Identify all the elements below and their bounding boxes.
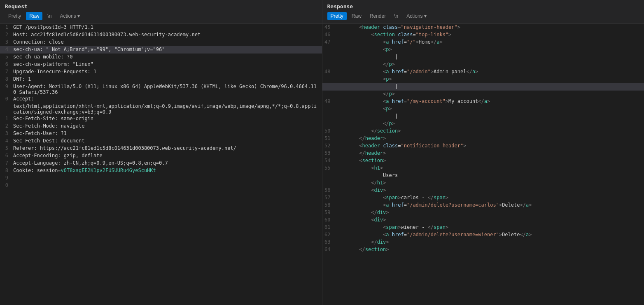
response-line-57: 57 <span>carlos - </span> — [322, 194, 644, 202]
response-content: 45 <header class="navigation-header"> 46… — [322, 24, 644, 305]
response-line-46: 46 <section class="top-links"> — [322, 31, 644, 39]
request-content: 1 GET /post?postId=3 HTTP/1.1 2 Host: ac… — [0, 24, 322, 305]
request-actions-chevron-icon: ▾ — [77, 13, 80, 19]
response-line-45: 45 <header class="navigation-header"> — [322, 24, 644, 31]
request-line-3: 3 Connection: close — [0, 39, 322, 46]
response-line-62: 62 <a href="/admin/delete?username=wiene… — [322, 231, 644, 239]
response-line-52: 52 <header class="notification-header"> — [322, 142, 644, 150]
request-line-7: 7 Upgrade-Insecure-Requests: 1 — [0, 68, 322, 76]
response-line-47: 47 <a href="/">Home</a> — [322, 39, 644, 46]
request-line-16: 6 Accept-Encoding: gzip, deflate — [0, 152, 322, 160]
response-line-55b: Users — [322, 172, 644, 179]
request-line-17: 7 Accept-Language: zh-CN,zh;q=0.9,en-US;… — [0, 160, 322, 167]
request-line-9: 9 User-Agent: Mozilla/5.0 (X11; Linux x8… — [0, 83, 322, 95]
response-header: Response Pretty Raw Render \n Actions ▾ — [322, 0, 644, 24]
request-line-15: 5 Referer: https://acc21fc81ed1c5d8c0146… — [0, 145, 322, 152]
main-panels: Request Pretty Raw \n Actions ▾ 1 GET /p… — [0, 0, 644, 305]
response-line-48b: <p> — [322, 76, 644, 83]
response-line-60: 60 <div> — [322, 217, 644, 224]
request-tab-pretty[interactable]: Pretty — [5, 12, 24, 20]
response-line-47c: | — [322, 54, 644, 61]
response-line-54: 54 <section> — [322, 157, 644, 165]
response-tab-render[interactable]: Render — [366, 12, 389, 20]
response-tab-newline[interactable]: \n — [391, 12, 401, 20]
request-panel: Request Pretty Raw \n Actions ▾ 1 GET /p… — [0, 0, 322, 305]
request-actions-label: Actions — [60, 13, 76, 19]
response-actions-label: Actions — [406, 13, 422, 19]
response-line-48: 48 <a href="/admin">Admin panel</a> — [322, 68, 644, 76]
response-line-55c: </h1> — [322, 179, 644, 187]
request-title: Request — [5, 3, 317, 9]
request-line-19: 9 — [0, 175, 322, 182]
request-line-5: 5 sec-ch-ua-mobile: ?0 — [0, 54, 322, 61]
request-line-18: 8 Cookie: session=v0T8xsgEE2K1pv2FUSUURu… — [0, 167, 322, 175]
response-line-47b: <p> — [322, 46, 644, 54]
response-line-51: 51 </header> — [322, 135, 644, 142]
request-line-6: 6 sec-ch-ua-platform: "Linux" — [0, 61, 322, 68]
request-line-13: 3 Sec-Fetch-User: ?1 — [0, 130, 322, 137]
request-line-8: 8 DNT: 1 — [0, 76, 322, 83]
response-actions-button[interactable]: Actions ▾ — [403, 12, 429, 20]
response-panel: Response Pretty Raw Render \n Actions ▾ … — [322, 0, 644, 305]
response-tab-pretty[interactable]: Pretty — [327, 12, 347, 20]
request-line-10b: text/html,application/xhtml+xml,applicat… — [0, 103, 322, 115]
response-line-61: 61 <span>wiener - </span> — [322, 224, 644, 231]
response-tab-raw[interactable]: Raw — [348, 12, 365, 20]
response-line-50: 50 </section> — [322, 128, 644, 135]
request-header: Request Pretty Raw \n Actions ▾ — [0, 0, 322, 24]
response-line-56: 56 <div> — [322, 187, 644, 194]
request-tab-raw[interactable]: Raw — [26, 12, 42, 20]
response-line-47d: </p> — [322, 61, 644, 68]
request-line-12: 2 Sec-Fetch-Mode: navigate — [0, 123, 322, 130]
response-actions-chevron-icon: ▾ — [424, 13, 427, 19]
request-line-20: 0 — [0, 182, 322, 189]
request-tab-newline[interactable]: \n — [44, 12, 55, 20]
response-line-64: 64 </section> — [322, 246, 644, 254]
request-toolbar: Pretty Raw \n Actions ▾ — [5, 12, 317, 20]
request-actions-button[interactable]: Actions ▾ — [56, 12, 83, 20]
request-line-11: 1 Sec-Fetch-Site: same-origin — [0, 115, 322, 123]
response-line-63: 63 </div> — [322, 239, 644, 246]
request-line-14: 4 Sec-Fetch-Dest: document — [0, 137, 322, 145]
request-line-2: 2 Host: acc21fc81ed1c5d8c014631d00380073… — [0, 31, 322, 39]
request-line-1: 1 GET /post?postId=3 HTTP/1.1 — [0, 24, 322, 31]
response-line-55: 55 <h1> — [322, 165, 644, 172]
response-line-49c: | — [322, 113, 644, 120]
response-line-49: 49 <a href="/my-account">My account</a> — [322, 98, 644, 105]
response-line-48d: </p> — [322, 91, 644, 98]
response-line-48c: | — [322, 83, 644, 91]
request-line-4: 4 sec-ch-ua: " Not A;Brand";v="99", "Chr… — [0, 46, 322, 54]
request-line-10: 0 Accept: — [0, 95, 322, 103]
response-line-53: 53 </header> — [322, 150, 644, 157]
response-title: Response — [327, 3, 639, 9]
response-line-58: 58 <a href="/admin/delete?username=carlo… — [322, 202, 644, 209]
response-line-49d: </p> — [322, 120, 644, 128]
response-line-49b: <p> — [322, 105, 644, 113]
response-line-59: 59 </div> — [322, 209, 644, 217]
response-toolbar: Pretty Raw Render \n Actions ▾ — [327, 12, 639, 20]
